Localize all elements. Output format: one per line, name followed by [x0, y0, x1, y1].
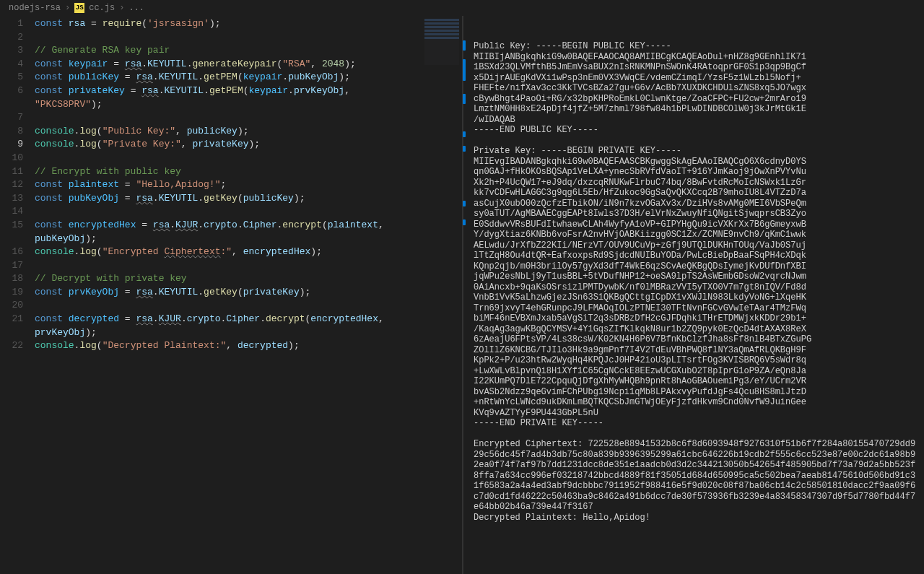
- code-line[interactable]: [35, 31, 462, 45]
- main-split: 12345678910111213141516171819202122 cons…: [0, 16, 924, 574]
- line-number: 17: [0, 259, 23, 273]
- code-line[interactable]: const prvKeyObj = rsa.KEYUTIL.getKey(pri…: [35, 286, 462, 300]
- code-line[interactable]: [35, 299, 462, 313]
- code-line[interactable]: [35, 152, 462, 165]
- code-line[interactable]: const rsa = require('jsrsasign');: [35, 17, 462, 31]
- code-line[interactable]: console.log("Decrypted Plaintext:", decr…: [35, 339, 462, 353]
- line-number: 2: [0, 31, 23, 45]
- code-line[interactable]: const pubKeyObj = rsa.KEYUTIL.getKey(pub…: [35, 192, 462, 206]
- code-line[interactable]: pubKeyObj);: [35, 232, 462, 246]
- line-number: [0, 326, 23, 340]
- line-number-gutter: 12345678910111213141516171819202122: [0, 16, 35, 574]
- code-body[interactable]: const rsa = require('jsrsasign');// Gene…: [35, 16, 462, 574]
- output-text: Public Key: -----BEGIN PUBLIC KEY----- M…: [474, 41, 917, 523]
- line-number: 18: [0, 272, 23, 286]
- js-file-icon: JS: [74, 3, 84, 13]
- code-editor[interactable]: 12345678910111213141516171819202122 cons…: [0, 16, 462, 574]
- line-number: 6: [0, 84, 23, 98]
- terminal-output[interactable]: Public Key: -----BEGIN PUBLIC KEY----- M…: [463, 16, 924, 574]
- split-handle[interactable]: [462, 16, 463, 574]
- line-number: 11: [0, 165, 23, 179]
- code-line[interactable]: console.log("Public Key:", publicKey);: [35, 125, 462, 139]
- breadcrumb-rest[interactable]: ...: [128, 3, 144, 13]
- breadcrumb-file[interactable]: cc.js: [89, 3, 115, 13]
- line-number: 8: [0, 125, 23, 139]
- chevron-right-icon: ›: [119, 3, 124, 13]
- line-number: 7: [0, 111, 23, 125]
- code-line[interactable]: [35, 259, 462, 273]
- code-line[interactable]: const publicKey = rsa.KEYUTIL.getPEM(key…: [35, 71, 462, 84]
- code-line[interactable]: const plaintext = "Hello,Apidog!";: [35, 178, 462, 192]
- line-number: 13: [0, 192, 23, 206]
- line-number: 4: [0, 58, 23, 71]
- code-line[interactable]: [35, 111, 462, 125]
- breadcrumb[interactable]: nodejs-rsa › JS cc.js › ...: [0, 0, 924, 16]
- code-line[interactable]: // Decrypt with private key: [35, 272, 462, 286]
- line-number: 1: [0, 17, 23, 31]
- code-line[interactable]: [35, 205, 462, 219]
- line-number: 21: [0, 313, 23, 326]
- chevron-right-icon: ›: [65, 3, 70, 13]
- code-line[interactable]: const privateKey = rsa.KEYUTIL.getPEM(ke…: [35, 84, 462, 98]
- line-number: [0, 232, 23, 246]
- line-number: 15: [0, 219, 23, 232]
- line-number: 9: [0, 138, 23, 152]
- code-line[interactable]: console.log("Private Key:", privateKey);: [35, 138, 462, 152]
- line-number: [0, 98, 23, 112]
- code-line[interactable]: // Encrypt with public key: [35, 165, 462, 179]
- line-number: 10: [0, 152, 23, 165]
- code-line[interactable]: "PKCS8PRV");: [35, 98, 462, 112]
- line-number: 16: [0, 245, 23, 259]
- minimap[interactable]: [424, 19, 459, 65]
- code-line[interactable]: // Generate RSA key pair: [35, 44, 462, 58]
- code-line[interactable]: const encryptedHex = rsa.KJUR.crypto.Cip…: [35, 219, 462, 232]
- code-line[interactable]: console.log("Encrypted Ciphertext:", enc…: [35, 245, 462, 259]
- line-number: 5: [0, 71, 23, 84]
- line-number: 22: [0, 339, 23, 353]
- line-number: 12: [0, 178, 23, 192]
- code-line[interactable]: prvKeyObj);: [35, 326, 462, 340]
- line-number: 14: [0, 205, 23, 219]
- line-number: 3: [0, 44, 23, 58]
- code-line[interactable]: const keypair = rsa.KEYUTIL.generateKeyp…: [35, 58, 462, 71]
- line-number: 20: [0, 299, 23, 313]
- line-number: 19: [0, 286, 23, 300]
- breadcrumb-folder[interactable]: nodejs-rsa: [9, 3, 61, 13]
- code-line[interactable]: const decrypted = rsa.KJUR.crypto.Cipher…: [35, 313, 462, 326]
